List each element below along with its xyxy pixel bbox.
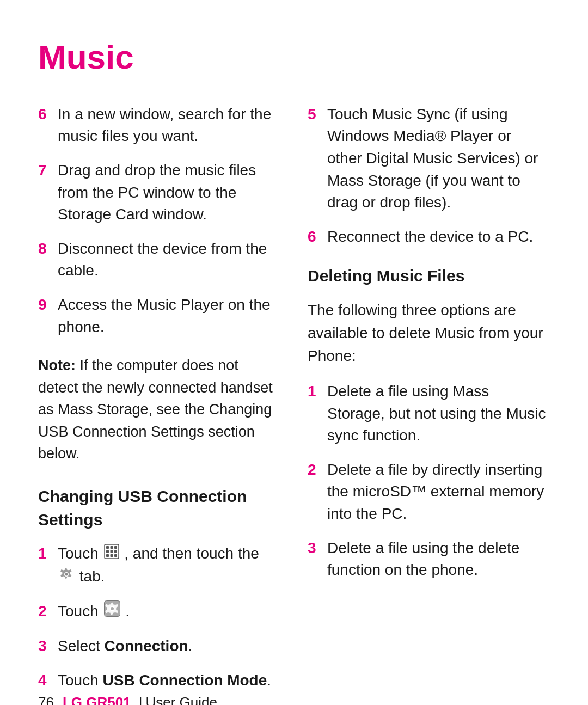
list-item: 8 Disconnect the device from the cable. xyxy=(38,238,280,282)
svg-rect-1 xyxy=(106,546,109,549)
svg-point-16 xyxy=(111,607,114,610)
item-text: Touch Music Sync (if using Windows Media… xyxy=(327,103,550,214)
item-text: Disconnect the device from the cable. xyxy=(58,238,280,282)
footer-separator: | xyxy=(139,692,143,705)
usb-section-heading: Changing USB Connection Settings xyxy=(38,485,280,532)
list-item: 6 Reconnect the device to a PC. xyxy=(308,226,550,248)
usb-numbered-list: 1 Touch xyxy=(38,543,280,691)
delete-list-item-3: 3 Delete a file using the delete functio… xyxy=(308,537,550,581)
left-numbered-list: 6 In a new window, search for the music … xyxy=(38,103,280,338)
svg-rect-5 xyxy=(110,550,113,553)
list-item: 6 In a new window, search for the music … xyxy=(38,103,280,148)
svg-rect-6 xyxy=(114,550,117,553)
item-text: Select Connection. xyxy=(58,635,192,658)
list-item: 9 Access the Music Player on the phone. xyxy=(38,294,280,338)
note-label: Note: xyxy=(38,357,76,373)
item-text: Drag and drop the music files from the P… xyxy=(58,160,280,226)
item-text: Delete a file using Mass Storage, but no… xyxy=(327,381,550,447)
svg-point-12 xyxy=(65,573,68,575)
item-number: 4 xyxy=(38,670,53,692)
delete-list-item-1: 1 Delete a file using Mass Storage, but … xyxy=(308,381,550,447)
small-gear-icon xyxy=(59,566,74,588)
deleting-section-intro: The following three options are availabl… xyxy=(308,299,550,367)
item-text: Touch xyxy=(58,543,280,588)
usb-list-item-4: 4 Touch USB Connection Mode. xyxy=(38,670,280,692)
footer: 76 LG GR501 | User Guide xyxy=(38,692,217,705)
usb-list-item-1: 1 Touch xyxy=(38,543,280,588)
right-numbered-list-top: 5 Touch Music Sync (if using Windows Med… xyxy=(308,103,550,248)
delete-list-item-2: 2 Delete a file by directly inserting th… xyxy=(308,459,550,525)
right-column: 5 Touch Music Sync (if using Windows Med… xyxy=(308,103,550,705)
item-text: Reconnect the device to a PC. xyxy=(327,226,533,248)
svg-rect-9 xyxy=(114,554,117,557)
item-number: 8 xyxy=(38,238,53,282)
item-number: 7 xyxy=(38,160,53,226)
item-number: 2 xyxy=(38,600,53,623)
deleting-numbered-list: 1 Delete a file using Mass Storage, but … xyxy=(308,381,550,581)
gear-icon xyxy=(104,600,120,623)
list-item: 5 Touch Music Sync (if using Windows Med… xyxy=(308,103,550,214)
item-number: 3 xyxy=(308,537,323,581)
usb-mode-bold: USB Connection Mode xyxy=(103,672,267,689)
item-number: 9 xyxy=(38,294,53,338)
item-text: In a new window, search for the music fi… xyxy=(58,103,280,148)
item-text: Access the Music Player on the phone. xyxy=(58,294,280,338)
footer-brand: LG GR501 xyxy=(63,692,131,705)
list-item: 7 Drag and drop the music files from the… xyxy=(38,160,280,226)
footer-guide: User Guide xyxy=(145,692,217,705)
note-block: Note: If the computer does not detect th… xyxy=(38,354,280,465)
connection-bold: Connection xyxy=(105,637,188,654)
item-number: 6 xyxy=(38,103,53,148)
item-text: Touch USB Connection Mode. xyxy=(58,670,271,692)
item-text: Touch . xyxy=(58,600,130,623)
item-text: Delete a file by directly inserting the … xyxy=(327,459,550,525)
item-number: 1 xyxy=(38,543,53,588)
item-number: 2 xyxy=(308,459,323,525)
usb-list-item-2: 2 Touch . xyxy=(38,600,280,623)
svg-rect-2 xyxy=(110,546,113,549)
svg-rect-7 xyxy=(106,554,109,557)
item-number: 6 xyxy=(308,226,323,248)
deleting-section-heading: Deleting Music Files xyxy=(308,264,550,288)
item-text: Delete a file using the delete function … xyxy=(327,537,550,581)
page-title: Music xyxy=(38,33,550,82)
item-number: 1 xyxy=(308,381,323,447)
item-number: 3 xyxy=(38,635,53,658)
usb-list-item-3: 3 Select Connection. xyxy=(38,635,280,658)
svg-rect-3 xyxy=(114,546,117,549)
svg-rect-4 xyxy=(106,550,109,553)
item-number: 5 xyxy=(308,103,323,214)
left-column: 6 In a new window, search for the music … xyxy=(38,103,280,705)
footer-page-number: 76 xyxy=(38,692,54,705)
grid-icon xyxy=(104,543,119,566)
svg-rect-8 xyxy=(110,554,113,557)
